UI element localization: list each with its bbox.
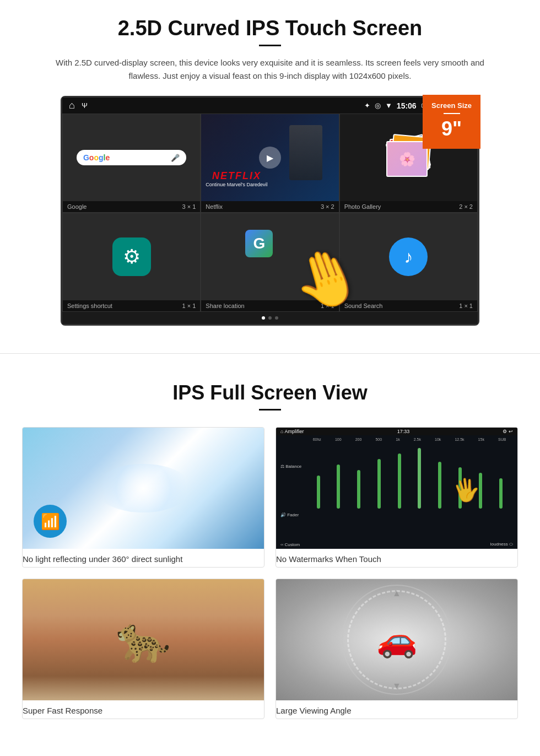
location-icon: ◎ [375, 101, 381, 110]
netflix-grid-size: 3 × 2 [321, 203, 334, 210]
freq-sub: SUB [498, 438, 506, 441]
wifi-symbol: 📶 [41, 512, 60, 531]
cheetah-feature: 🐆 Super Fast Response [22, 579, 264, 719]
freq-100hz: 100 [335, 438, 342, 441]
amp-content: ⚖ Balance 🔊 Fader 60hz 100 200 500 1k 2.… [276, 435, 517, 540]
slider-6[interactable] [418, 448, 421, 509]
netflix-app-name: Netflix [206, 203, 223, 210]
slider-7[interactable] [438, 462, 441, 509]
netflix-figure [289, 125, 322, 180]
amplifier-feature: ⌂ Amplifier 17:33 ⚙ ↩ ⚖ Balance 🔊 Fader … [276, 427, 518, 568]
car-icon: 🚗 [376, 620, 418, 660]
netflix-label: Netflix 3 × 2 [201, 201, 338, 212]
freq-500hz: 500 [375, 438, 382, 441]
amp-arrows: ‹‹ Custom [280, 542, 300, 547]
google-app-inner: Google 🎤 [63, 114, 200, 201]
gallery-grid-size: 2 × 2 [459, 203, 473, 210]
wifi-circle-icon: 📶 [34, 505, 67, 538]
dot-2 [268, 316, 272, 320]
freq-12_5k: 12.5k [455, 438, 464, 441]
settings-label: Settings shortcut 1 × 1 [63, 300, 200, 311]
google-grid-size: 3 × 1 [182, 203, 196, 210]
slider-1[interactable] [317, 476, 320, 509]
device-frame: Screen Size 9" ⌂ Ψ ✦ ◎ ▼ 15:06 ⬡ ◁) ⊠ ▭ … [61, 96, 479, 326]
freq-1k: 1k [396, 438, 399, 441]
amplifier-image: ⌂ Amplifier 17:33 ⚙ ↩ ⚖ Balance 🔊 Fader … [276, 428, 517, 549]
sound-label: Sound Search 1 × 1 [340, 300, 477, 311]
cheetah-icon: 🐆 [116, 614, 171, 666]
title-underline [259, 45, 281, 46]
slider-2[interactable] [337, 465, 340, 509]
cheetah-image: 🐆 [23, 579, 264, 700]
car-image: ▲ ▼ 🚗 [276, 579, 517, 700]
bluetooth-icon: ✦ [364, 101, 370, 110]
badge-underline [444, 113, 460, 114]
amp-loudness: loudness ⬭ [490, 542, 513, 547]
freq-10k: 10k [435, 438, 441, 441]
ips-section: IPS Full Screen View 📶 No light reflecti… [0, 370, 540, 736]
netflix-logo: NETFLIX [206, 170, 267, 182]
badge-label: Screen Size [431, 101, 472, 110]
amp-sliders [306, 442, 513, 509]
curved-screen-section: 2.5D Curved IPS Touch Screen With 2.5D c… [0, 0, 540, 337]
music-icon-wrap: ♪ [389, 237, 428, 276]
arrow-top: ▲ [392, 588, 401, 598]
badge-size: 9" [431, 116, 472, 142]
amp-status-bar: ⌂ Amplifier 17:33 ⚙ ↩ [276, 428, 517, 435]
settings-grid-size: 1 × 1 [182, 303, 196, 309]
feature-grid: 📶 No light reflecting under 360° direct … [22, 427, 518, 719]
slider-4[interactable] [377, 459, 381, 509]
freq-15k: 15k [478, 438, 484, 441]
cheetah-caption: Super Fast Response [23, 700, 264, 719]
amp-time: 17:33 [397, 429, 410, 434]
settings-app-inner: ⚙ [63, 213, 200, 300]
app-grid: Google 🎤 Google 3 × 1 ▶ NETFLIX [62, 114, 478, 312]
amp-balance-label: ⚖ Balance [280, 464, 301, 469]
screen-size-badge: Screen Size 9" [423, 95, 480, 149]
section2-underline [259, 409, 281, 411]
share-app-cell[interactable]: G 🤚 Share location 1 × 1 [201, 213, 339, 312]
play-button[interactable]: ▶ [259, 147, 281, 169]
status-time: 15:06 [397, 101, 417, 110]
netflix-app-inner: ▶ NETFLIX Continue Marvel's Daredevil [201, 114, 338, 201]
wifi-icon: ▼ [385, 101, 392, 110]
car-caption: Large Viewing Angle [276, 700, 517, 719]
sunlight-image: 📶 [23, 428, 264, 549]
dot-1 [262, 316, 265, 320]
status-left: ⌂ Ψ [69, 100, 88, 111]
amp-labels: ⚖ Balance 🔊 Fader [280, 438, 301, 538]
section-divider [0, 353, 540, 354]
photo-card-main: 🌸 [386, 141, 428, 177]
google-g-icon: G [245, 230, 273, 257]
freq-2_5k: 2.5k [414, 438, 421, 441]
share-app-inner: G 🤚 [201, 213, 338, 300]
settings-app-cell[interactable]: ⚙ Settings shortcut 1 × 1 [62, 213, 201, 312]
slider-5[interactable] [398, 453, 401, 509]
sunlight-caption: No light reflecting under 360° direct su… [23, 549, 264, 567]
settings-app-name: Settings shortcut [67, 303, 112, 309]
google-logo-text: Google [83, 153, 110, 162]
amplifier-caption: No Watermarks When Touch [276, 549, 517, 567]
sound-grid-size: 1 × 1 [459, 303, 473, 309]
amp-eq-area: 60hz 100 200 500 1k 2.5k 10k 12.5k 15k S… [306, 438, 513, 538]
amp-sliders-wrap: 🖐 [306, 442, 513, 509]
gear-icon: ⚙ [123, 245, 141, 268]
gallery-app-name: Photo Gallery [344, 203, 381, 210]
hand-touch-icon: 🖐 [450, 475, 482, 505]
google-label: Google 3 × 1 [63, 201, 200, 212]
arrow-bottom: ▼ [392, 681, 401, 691]
dots-indicator [62, 312, 478, 324]
dot-3 [275, 316, 278, 320]
sunlight-feature: 📶 No light reflecting under 360° direct … [22, 427, 264, 568]
freq-60hz: 60hz [313, 438, 321, 441]
music-note-icon: ♪ [404, 247, 413, 267]
netflix-app-cell[interactable]: ▶ NETFLIX Continue Marvel's Daredevil Ne… [201, 114, 339, 213]
usb-icon: Ψ [82, 101, 88, 110]
google-app-cell[interactable]: Google 🎤 Google 3 × 1 [62, 114, 201, 213]
share-app-name: Share location [206, 303, 244, 309]
slider-10[interactable] [499, 478, 503, 509]
netflix-content: NETFLIX Continue Marvel's Daredevil [206, 170, 267, 187]
slider-3[interactable] [357, 470, 360, 509]
google-search-bar[interactable]: Google 🎤 [77, 150, 186, 165]
home-icon[interactable]: ⌂ [69, 100, 75, 111]
